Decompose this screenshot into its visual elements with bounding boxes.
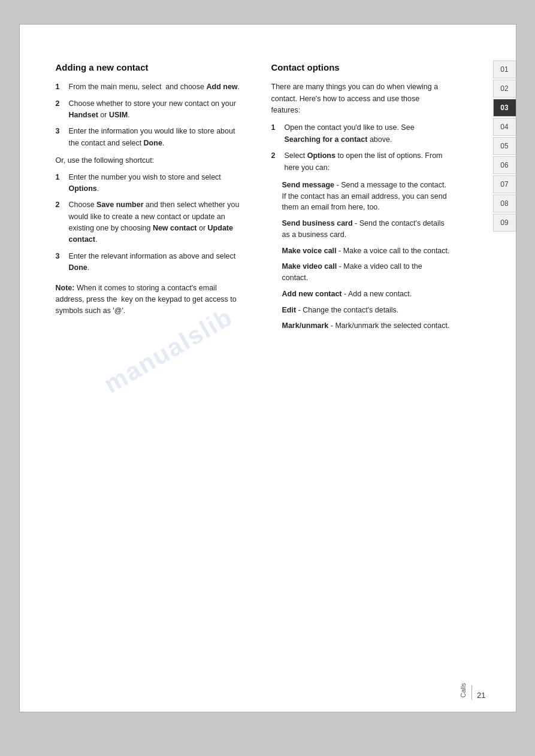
step-text: Enter the relevant information as above …	[69, 251, 247, 274]
tab-05[interactable]: 05	[493, 137, 516, 155]
page-inner: manualslib Adding a new contact 1 From t…	[20, 25, 516, 677]
shortcut-steps-list: 1 Enter the number you wish to store and…	[56, 172, 247, 274]
step-text: Choose Save number and then select wheth…	[69, 199, 247, 246]
side-tabs: 01 02 03 04 05 06 07 08 09	[493, 60, 516, 232]
right-steps-list: 1 Open the contact you'd like to use. Se…	[271, 122, 450, 174]
tab-06[interactable]: 06	[493, 156, 516, 174]
page-footer: Calls 21	[20, 677, 516, 712]
main-step-3: 3 Enter the information you would like t…	[56, 126, 247, 149]
note-block: Note: When it comes to storing a contact…	[56, 283, 247, 317]
tab-08[interactable]: 08	[493, 195, 516, 212]
option-add-new-contact: Add new contact - Add a new contact.	[282, 289, 450, 300]
step-text: Enter the number you wish to store and s…	[69, 172, 247, 195]
page-container: manualslib Adding a new contact 1 From t…	[19, 24, 516, 712]
tab-02[interactable]: 02	[493, 80, 516, 98]
option-make-voice-call: Make voice call - Make a voice call to t…	[282, 245, 450, 257]
footer-row: Calls 21	[460, 683, 485, 700]
left-section-title: Adding a new contact	[56, 60, 247, 74]
right-step-1: 1 Open the contact you'd like to use. Se…	[271, 122, 450, 145]
option-send-message: Send message - Send a message to the con…	[282, 180, 450, 213]
step-num: 2	[271, 150, 282, 174]
right-column: Contact options There are many things yo…	[271, 60, 450, 641]
option-send-business-card: Send business card - Send the contact's …	[282, 218, 450, 241]
step-num: 1	[56, 81, 67, 93]
main-steps-list: 1 From the main menu, select and choose …	[56, 81, 247, 149]
option-make-video-call: Make video call - Make a video call to t…	[282, 261, 450, 284]
step-text: Select Options to open the list of optio…	[285, 150, 450, 174]
main-step-1: 1 From the main menu, select and choose …	[56, 81, 247, 93]
shortcut-label: Or, use the following shortcut:	[56, 155, 247, 166]
option-edit: Edit - Change the contact's details.	[282, 305, 450, 316]
tab-04[interactable]: 04	[493, 118, 516, 136]
left-column: Adding a new contact 1 From the main men…	[56, 60, 247, 641]
step-num: 1	[271, 122, 282, 145]
right-section-title: Contact options	[271, 60, 450, 74]
content-area: Adding a new contact 1 From the main men…	[56, 60, 486, 641]
option-mark-unmark: Mark/unmark - Mark/unmark the selected c…	[282, 320, 450, 332]
main-step-2: 2 Choose whether to store your new conta…	[56, 98, 247, 122]
options-list: Send message - Send a message to the con…	[271, 180, 450, 332]
shortcut-step-2: 2 Choose Save number and then select whe…	[56, 199, 247, 246]
note-text: When it comes to storing a contact's ema…	[56, 284, 237, 315]
step-text: Choose whether to store your new contact…	[69, 98, 247, 122]
contact-options-intro: There are many things you can do when vi…	[271, 81, 450, 116]
step-num: 1	[56, 172, 67, 195]
shortcut-step-3: 3 Enter the relevant information as abov…	[56, 251, 247, 274]
step-text: Open the contact you'd like to use. See …	[285, 122, 450, 145]
right-step-2: 2 Select Options to open the list of opt…	[271, 150, 450, 174]
tab-09[interactable]: 09	[493, 214, 516, 232]
tab-07[interactable]: 07	[493, 175, 516, 193]
step-num: 2	[56, 199, 67, 246]
note-label: Note:	[56, 284, 75, 292]
step-num: 2	[56, 98, 67, 122]
footer-page-number: 21	[477, 691, 485, 700]
step-num: 3	[56, 251, 67, 274]
tab-01[interactable]: 01	[493, 60, 516, 78]
footer-calls-label: Calls	[460, 683, 467, 697]
step-num: 3	[56, 126, 67, 149]
footer-divider	[471, 685, 472, 700]
step-text: From the main menu, select and choose Ad…	[69, 81, 240, 93]
shortcut-step-1: 1 Enter the number you wish to store and…	[56, 172, 247, 195]
tab-03[interactable]: 03	[493, 99, 516, 117]
step-text: Enter the information you would like to …	[69, 126, 247, 149]
